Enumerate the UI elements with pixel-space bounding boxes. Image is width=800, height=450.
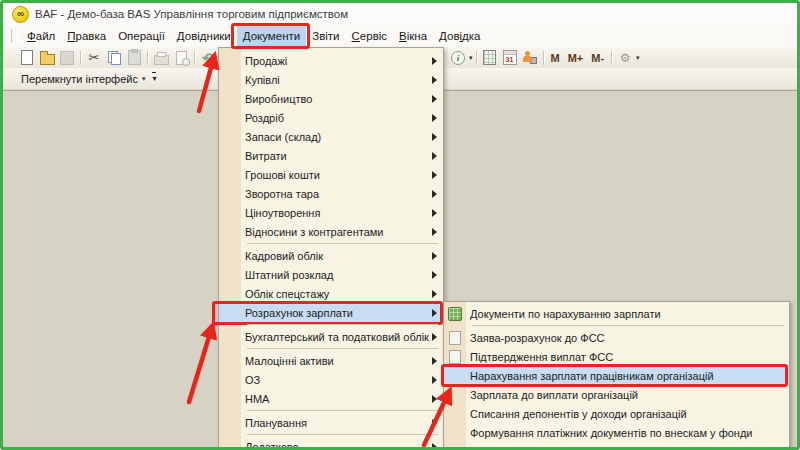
paste-button <box>124 49 144 67</box>
service-tools-icon: ⚙ <box>620 52 631 64</box>
menu-separator <box>247 243 438 244</box>
menu-item-hr[interactable]: Кадровий облік <box>219 246 443 265</box>
paste-icon <box>128 50 141 65</box>
memory-m-minus-button[interactable]: M- <box>587 52 608 64</box>
menu-item-counterparty-relations[interactable]: Відносини з контрагентами <box>219 222 443 241</box>
submenu-item-fss-application[interactable]: Заява-розрахунок до ФСС <box>444 328 789 347</box>
submenu-arrow-icon <box>432 309 437 317</box>
submenu-item-salary-payment[interactable]: Зарплата до виплати організацій <box>444 385 789 404</box>
menu-item-payroll[interactable]: Розрахунок зарплати <box>219 303 443 322</box>
submenu-arrow-icon <box>432 190 437 198</box>
window-title: BAF - Демо-база BAS Управління торговим … <box>35 8 348 20</box>
switch-interface-button[interactable]: Перемкнути інтерфейс <box>21 73 138 85</box>
toolbar-grip-icon[interactable] <box>11 29 18 43</box>
app-logo-icon: ∞ <box>12 6 29 23</box>
submenu-arrow-icon <box>432 114 437 122</box>
info-icon: i <box>451 51 465 65</box>
menu-item-purchases[interactable]: Купівлі <box>219 70 443 89</box>
menu-item-pricing[interactable]: Ціноутворення <box>219 203 443 222</box>
menu-documents[interactable]: Документи <box>237 25 306 47</box>
chevron-down-icon[interactable]: ▾ <box>142 75 146 83</box>
app-window: ∞ BAF - Демо-база BAS Управління торгови… <box>0 0 800 450</box>
submenu-arrow-icon <box>432 252 437 260</box>
info-button[interactable]: i <box>448 49 468 67</box>
open-folder-icon <box>40 54 55 65</box>
menu-item-returnable-tare[interactable]: Зворотна тара <box>219 184 443 203</box>
submenu-item-fund-payment-docs[interactable]: Формування платіжних документів по внеск… <box>444 423 789 442</box>
open-button[interactable] <box>37 49 57 67</box>
new-document-icon <box>21 50 33 65</box>
payroll-submenu: Документи по нарахуванню зарплати Заява-… <box>443 301 790 450</box>
toolbar-overflow-icon[interactable]: ▾ <box>152 72 156 84</box>
submenu-arrow-icon <box>432 133 437 141</box>
menu-item-fixed-assets[interactable]: ОЗ <box>219 370 443 389</box>
menu-directories[interactable]: Довідники <box>171 25 237 47</box>
submenu-arrow-icon <box>432 395 437 403</box>
toolbar-separator <box>147 51 148 65</box>
menu-separator <box>472 325 784 326</box>
print-icon <box>154 55 169 65</box>
menu-item-production[interactable]: Виробництво <box>219 89 443 108</box>
menu-separator <box>247 410 438 411</box>
menu-item-staffing[interactable]: Штатний розклад <box>219 265 443 284</box>
menu-windows[interactable]: Вікна <box>393 25 433 47</box>
assign-user-icon <box>523 51 537 64</box>
menu-bar: Файл Правка Операції Довідники Документи… <box>3 25 797 47</box>
submenu-arrow-icon <box>432 443 437 450</box>
menu-service[interactable]: Сервіс <box>346 25 394 47</box>
toolbar-right-group: i ▾ 31 M M+ M- ⚙ ▾ <box>448 47 640 68</box>
menu-item-sales[interactable]: Продажі <box>219 51 443 70</box>
menu-help[interactable]: Довідка <box>433 25 486 47</box>
calculator-icon <box>483 50 496 65</box>
menu-edit[interactable]: Правка <box>61 25 112 47</box>
documents-dropdown-menu: Продажі Купівлі Виробництво Роздріб Запа… <box>218 47 444 450</box>
calendar-icon: 31 <box>503 50 517 65</box>
save-icon <box>60 51 74 65</box>
undo-button[interactable]: ↶ <box>198 49 218 67</box>
menu-separator <box>247 348 438 349</box>
menu-separator <box>247 434 438 435</box>
chevron-down-icon[interactable]: ▾ <box>636 54 640 62</box>
memory-m-plus-button[interactable]: M+ <box>564 52 588 64</box>
menu-item-additional[interactable]: Додатково <box>219 437 443 450</box>
submenu-arrow-icon <box>432 290 437 298</box>
save-button <box>57 49 77 67</box>
calculator-button[interactable] <box>480 49 500 67</box>
chevron-down-icon[interactable]: ▾ <box>469 54 473 62</box>
menu-file[interactable]: Файл <box>21 25 61 47</box>
print-button <box>151 49 171 67</box>
menu-item-cash[interactable]: Грошові кошти <box>219 165 443 184</box>
undo-icon: ↶ <box>202 51 214 65</box>
menu-item-low-value-assets[interactable]: Малоцінні активи <box>219 351 443 370</box>
print-preview-icon <box>176 51 187 65</box>
copy-icon <box>108 51 121 64</box>
submenu-arrow-icon <box>432 171 437 179</box>
submenu-arrow-icon <box>432 228 437 236</box>
print-preview-button <box>171 49 191 67</box>
menu-item-intangible-assets[interactable]: НМА <box>219 389 443 408</box>
copy-button[interactable] <box>104 49 124 67</box>
menu-item-retail[interactable]: Роздріб <box>219 108 443 127</box>
menu-item-accounting-tax[interactable]: Бухгалтерський та податковий облік <box>219 327 443 346</box>
menu-item-special-service[interactable]: Облік спецстажу <box>219 284 443 303</box>
toolbar-separator <box>611 51 612 65</box>
assign-user-button[interactable] <box>520 49 540 67</box>
menu-item-inventory[interactable]: Запаси (склад) <box>219 127 443 146</box>
submenu-item-salary-accrual[interactable]: Нарахування зарплати працівникам організ… <box>444 366 789 385</box>
memory-m-button[interactable]: M <box>547 52 564 64</box>
menu-item-expenses[interactable]: Витрати <box>219 146 443 165</box>
cut-button[interactable]: ✂ <box>84 49 104 67</box>
menu-reports[interactable]: Звіти <box>306 25 345 47</box>
submenu-arrow-icon <box>432 95 437 103</box>
submenu-arrow-icon <box>432 376 437 384</box>
submenu-item-fss-confirmation[interactable]: Підтвердження виплат ФСС <box>444 347 789 366</box>
submenu-item-payroll-documents[interactable]: Документи по нарахуванню зарплати <box>444 304 789 323</box>
menu-item-planning[interactable]: Планування <box>219 413 443 432</box>
submenu-item-depositors-writeoff[interactable]: Списання депонентів у доходи організацій <box>444 404 789 423</box>
service-tools-button[interactable]: ⚙ <box>615 49 635 67</box>
calendar-button[interactable]: 31 <box>500 49 520 67</box>
menu-operations[interactable]: Операції <box>112 25 171 47</box>
new-document-button[interactable] <box>17 49 37 67</box>
submenu-arrow-icon <box>432 57 437 65</box>
submenu-arrow-icon <box>432 357 437 365</box>
